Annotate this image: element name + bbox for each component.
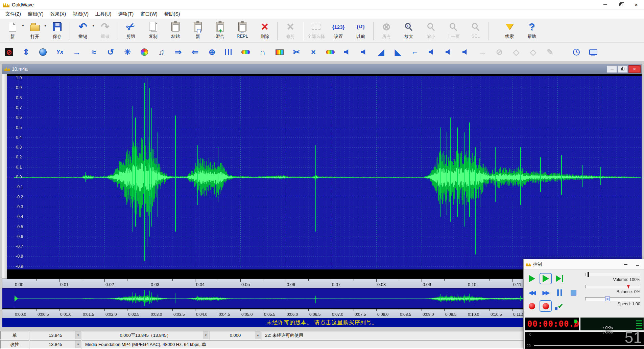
rewind-button[interactable]: ◀◀ (526, 287, 538, 298)
speed-slider[interactable]: × (585, 297, 640, 301)
time-tick (490, 279, 490, 281)
effect-reverse-loop-button[interactable]: ↺ (105, 45, 116, 60)
effect-filter-arch-button[interactable]: ∩ (257, 45, 268, 60)
menu-tools[interactable]: 工具(U) (92, 10, 115, 18)
play-all-button[interactable] (553, 273, 566, 284)
effect-shift-left-button[interactable]: ⇐ (189, 45, 201, 60)
effect-speaker-button[interactable] (341, 45, 353, 60)
effect-silence-cut-button[interactable]: ✂ (291, 45, 302, 60)
effect-speaker-alert-button[interactable] (443, 45, 454, 60)
menu-effects[interactable]: 效果(X) (47, 10, 70, 18)
cue-icon (506, 20, 513, 33)
record-button[interactable] (526, 300, 538, 312)
toolbar-save-button[interactable]: 保存 (46, 20, 68, 42)
menu-window[interactable]: 窗口(W) (137, 10, 161, 18)
toolbar-delete-button[interactable]: ×删除 (254, 20, 276, 42)
wave-shape-icon: ≈ (91, 48, 96, 56)
minimize-button[interactable] (597, 0, 613, 9)
toolbar-label: 剪切 (126, 34, 135, 40)
pause-button[interactable] (553, 287, 566, 298)
menu-file[interactable]: 文件(Z) (2, 10, 24, 18)
toolbar-open-button[interactable]: ▼打开 (24, 20, 46, 42)
menu-view[interactable]: 视图(V) (69, 10, 92, 18)
replace-icon: ↔ (238, 20, 246, 33)
toolbar-set-button[interactable]: {123}设置 (327, 20, 350, 42)
effect-rainbow-block-button[interactable] (325, 45, 336, 60)
toolbar-paste-button[interactable]: 粘贴 (164, 20, 187, 42)
effect-noise-gate-button[interactable]: ⊘ (3, 45, 15, 60)
balance-slider-label: Balance: 0% (585, 289, 640, 294)
restore-button[interactable] (613, 0, 628, 9)
effect-crossfade-button[interactable]: × (308, 45, 319, 60)
doc-minimize-button[interactable] (607, 65, 617, 73)
effect-mechanize-gear-button[interactable]: ✳ (122, 45, 133, 60)
effect-corner-marker-button[interactable]: ⌐ (409, 45, 421, 60)
speed-slider-knob[interactable]: × (605, 297, 610, 301)
effect-expression-button[interactable]: Yx (54, 45, 66, 60)
toolbar-new-button[interactable]: ▼新 (1, 20, 24, 42)
dropdown-icon[interactable]: ▼ (75, 331, 81, 339)
fast-forward-button[interactable]: ▶▶ (540, 287, 552, 298)
effect-color-wheel-button[interactable] (139, 45, 150, 60)
toolbar-mix-button[interactable]: +混合 (209, 20, 231, 42)
menu-help[interactable]: 帮助(S) (161, 10, 184, 18)
effect-diamond-button: ◇ (510, 45, 522, 60)
effect-music-notes-button[interactable]: ♫ (156, 45, 167, 60)
record-selection-button[interactable] (540, 300, 552, 312)
effect-pan-move-button[interactable]: ⊕ (206, 45, 218, 60)
dropdown-icon[interactable]: ▼ (203, 331, 209, 339)
play-button[interactable] (526, 273, 538, 284)
toolbar-label: 打开 (30, 34, 39, 40)
effect-speaker-left-button[interactable] (426, 45, 437, 60)
toolbar-paste-new-button[interactable]: 新 (187, 20, 209, 42)
effect-equalizer-sliders-button[interactable] (223, 45, 235, 60)
toolbar-copy-button[interactable]: 复制 (142, 20, 164, 42)
control-minimize-button[interactable] (619, 259, 631, 269)
effect-insert-wave-button[interactable]: → (71, 45, 82, 60)
up-arrow-icon[interactable]: ▲ (255, 331, 261, 339)
effect-spectrum-grid-button[interactable] (274, 45, 285, 60)
effect-wave-shape-button[interactable]: ≈ (88, 45, 99, 60)
waveform-canvas[interactable] (7, 74, 642, 279)
toolbar-cut-button[interactable]: ✂剪切 (120, 20, 142, 42)
effect-globe-button[interactable] (37, 45, 49, 60)
close-button[interactable]: × (628, 0, 644, 9)
mechanize-gear-icon: ✳ (124, 48, 131, 56)
document-title-bar[interactable]: 10.m4a × (2, 64, 642, 74)
effect-clock-button[interactable] (571, 45, 582, 60)
toolbar-replace-button[interactable]: ↔REPL (231, 20, 254, 42)
record-mode-button[interactable]: ✔ (553, 300, 566, 312)
control-title-bar[interactable]: 控制 (524, 259, 644, 269)
effect-fade-out-button[interactable]: ◣ (392, 45, 404, 60)
play-selection-button[interactable] (540, 273, 552, 284)
effect-monitor-button[interactable] (588, 45, 599, 60)
menu-options[interactable]: 选项(T) (115, 10, 137, 18)
toolbar-zoom-in-button[interactable]: +放大 (398, 20, 420, 42)
balance-slider-knob[interactable] (627, 285, 630, 289)
time-tick (150, 279, 150, 282)
effect-speaker-quiet-button[interactable] (460, 45, 471, 60)
effect-diamond-fill-button: ◇ (527, 45, 539, 60)
effect-updown-arrows-button[interactable]: ⇕ (20, 45, 32, 60)
menu-edit[interactable]: 编辑(Y) (24, 10, 47, 18)
effect-speaker-volume-button[interactable] (358, 45, 370, 60)
volume-slider-knob[interactable] (588, 272, 589, 277)
toolbar-undo-button[interactable]: ↶▼撤销 (72, 20, 94, 42)
balance-slider[interactable] (585, 285, 640, 288)
doc-close-button[interactable]: × (628, 65, 641, 73)
control-title: 控制 (533, 261, 542, 267)
control-maximize-button[interactable] (631, 259, 644, 269)
effect-shift-right-button[interactable]: ⇒ (172, 45, 184, 60)
toolbar-help-button[interactable]: ?帮助 (521, 20, 543, 42)
dropdown-icon[interactable]: ▼ (75, 341, 81, 348)
vertical-zoom-scrollbar[interactable] (2, 74, 7, 279)
toolbar-previous-button[interactable]: {↺}以前 (350, 20, 372, 42)
effect-spectrum-bar-button[interactable] (240, 45, 252, 60)
effect-fade-in-button[interactable]: ◢ (375, 45, 387, 60)
volume-slider[interactable] (585, 273, 640, 276)
toolbar-cue-button[interactable]: 线索 (498, 20, 521, 42)
doc-restore-button[interactable] (618, 65, 628, 73)
time-tick (172, 279, 173, 281)
time-label: 0:07 (332, 282, 340, 287)
stop-button[interactable] (567, 287, 579, 298)
